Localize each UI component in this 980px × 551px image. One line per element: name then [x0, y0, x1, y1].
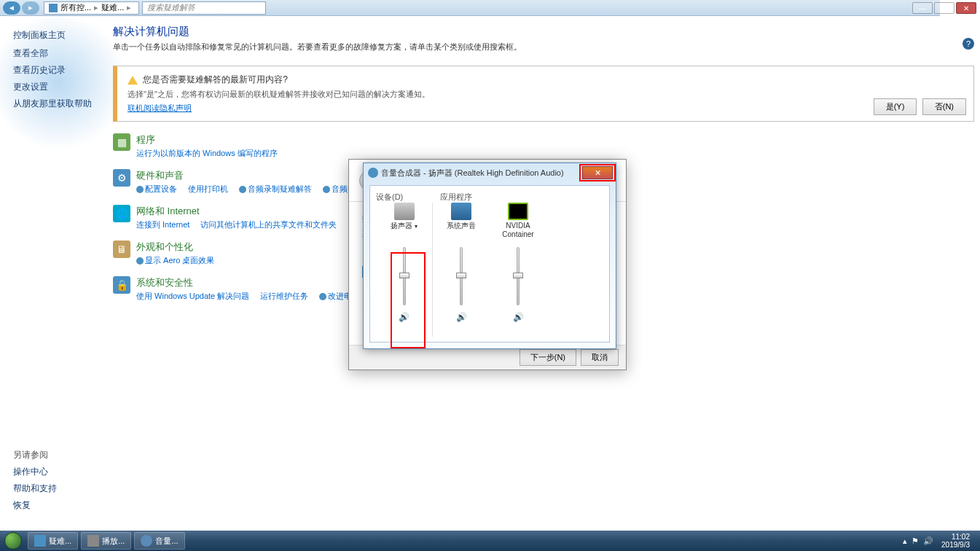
page-desc: 单击一个任务以自动排除和修复常见的计算机问题。若要查看更多的故障修复方案，请单击…: [113, 42, 974, 52]
link-shared-files[interactable]: 访问其他计算机上的共享文件和文件夹: [200, 220, 337, 229]
sidebar-heading: 控制面板主页: [13, 29, 101, 42]
sidebar: 控制面板主页 查看全部 查看历史记录 更改设置 从朋友那里获取帮助: [13, 29, 101, 114]
mixer-col-nvidia: NVIDIA Container 🔊: [490, 203, 546, 337]
mute-toggle-system[interactable]: 🔊: [433, 312, 490, 322]
mixer-col-label: 系统声音: [433, 222, 490, 239]
link-aero[interactable]: 显示 Aero 桌面效果: [145, 256, 214, 265]
mixer-close-button[interactable]: ✕: [582, 166, 613, 179]
category-title[interactable]: 程序: [136, 133, 286, 146]
task-icon: [87, 535, 99, 547]
device-section-label: 设备(D): [376, 192, 433, 203]
taskbar-item-troubleshoot[interactable]: 疑难...: [28, 532, 78, 550]
link-windows-update[interactable]: 使用 Windows Update 解决问题: [136, 292, 249, 300]
wizard-cancel-button[interactable]: 取消: [581, 349, 619, 366]
wizard-next-button[interactable]: 下一步(N): [520, 349, 576, 366]
category-title[interactable]: 外观和个性化: [136, 241, 223, 254]
shield-icon: [136, 257, 144, 265]
volume-slider-system[interactable]: [460, 247, 463, 305]
shield-icon: [239, 186, 246, 193]
link-audio-record[interactable]: 音频录制疑难解答: [248, 184, 312, 193]
tray-flag-icon[interactable]: ⚑: [912, 536, 919, 546]
slider-thumb[interactable]: [513, 273, 523, 278]
taskbar-item-playback[interactable]: 播放...: [81, 532, 131, 550]
clock-date: 2019/9/3: [941, 541, 970, 549]
mixer-title-text: 音量合成器 - 扬声器 (Realtek High Definition Aud…: [381, 168, 564, 179]
mixer-col-label: NVIDIA Container: [490, 222, 546, 239]
tray-volume-icon[interactable]: 🔊: [923, 536, 933, 546]
shield-icon: [136, 186, 144, 193]
window-close-button[interactable]: ✕: [956, 2, 976, 14]
network-icon: 🌐: [113, 205, 130, 222]
notice-title: 您是否需要疑难解答的最新可用内容?: [143, 74, 288, 85]
warning-icon: [128, 76, 138, 85]
mute-toggle-nvidia[interactable]: 🔊: [490, 312, 546, 322]
system-sounds-icon[interactable]: [451, 203, 471, 220]
search-input[interactable]: 搜索疑难解答: [142, 1, 266, 15]
programs-icon: ▦: [113, 133, 130, 151]
notice-privacy-link[interactable]: 联机阅读隐私声明: [128, 103, 192, 114]
mixer-col-label: 扬声器: [391, 222, 412, 230]
system-icon: 🔒: [113, 276, 130, 294]
see-also-heading: 另请参阅: [13, 449, 57, 461]
volume-slider-speaker[interactable]: [403, 247, 406, 305]
link-run-old-programs[interactable]: 运行为以前版本的 Windows 编写的程序: [136, 149, 278, 157]
sidebar-link-friend-help[interactable]: 从朋友那里获取帮助: [13, 98, 101, 110]
shield-icon: [319, 293, 326, 300]
category-programs: ▦ 程序 运行为以前版本的 Windows 编写的程序: [113, 133, 974, 159]
window-controls: — ▢ ✕: [907, 0, 980, 16]
hardware-icon: ⚙: [113, 169, 130, 187]
appearance-icon: 🖥: [113, 241, 130, 258]
notice-no-button[interactable]: 否(N): [922, 98, 966, 115]
notice-yes-button[interactable]: 是(Y): [874, 98, 917, 115]
sidebar-bottom-action-center[interactable]: 操作中心: [13, 466, 57, 478]
apps-section-label: 应用程序: [440, 192, 472, 203]
volume-mixer-dialog: 音量合成器 - 扬声器 (Realtek High Definition Aud…: [363, 163, 616, 349]
link-use-printer[interactable]: 使用打印机: [188, 184, 228, 193]
sidebar-link-view-all[interactable]: 查看全部: [13, 47, 101, 60]
link-configure-device[interactable]: 配置设备: [145, 184, 177, 193]
taskbar-item-volume[interactable]: 音量...: [134, 532, 184, 550]
nvidia-app-icon[interactable]: [508, 203, 528, 220]
category-title[interactable]: 网络和 Internet: [136, 205, 345, 218]
maximize-button[interactable]: ▢: [934, 2, 954, 14]
speaker-device-icon[interactable]: [394, 203, 415, 220]
sidebar-link-settings[interactable]: 更改设置: [13, 81, 101, 93]
volume-slider-nvidia[interactable]: [517, 247, 520, 305]
slider-thumb[interactable]: [399, 273, 409, 278]
mixer-col-speaker: 扬声器 ▾ 🔊: [376, 203, 433, 337]
task-icon: [141, 535, 152, 547]
sidebar-bottom: 另请参阅 操作中心 帮助和支持 恢复: [13, 449, 57, 516]
mixer-body: 设备(D) 应用程序 扬声器 ▾ 🔊 系统声音 🔊: [369, 185, 610, 343]
tray-expand-icon[interactable]: ▴: [903, 536, 907, 546]
shield-icon: [323, 186, 330, 193]
dropdown-icon[interactable]: ▾: [415, 223, 418, 230]
mute-toggle-speaker[interactable]: 🔊: [376, 312, 432, 322]
sidebar-bottom-help[interactable]: 帮助和支持: [13, 482, 57, 495]
taskbar-clock[interactable]: 11:02 2019/9/3: [941, 533, 970, 549]
sidebar-link-history[interactable]: 查看历史记录: [13, 64, 101, 77]
slider-thumb[interactable]: [456, 273, 466, 278]
mixer-app-icon: [368, 168, 378, 178]
taskbar: 疑难... 播放... 音量... ▴ ⚑ 🔊 11:02 2019/9/3: [0, 531, 980, 551]
notice-desc: 选择"是"之后，您将有权访问最新的联机疑难解答并接收对已知问题的解决方案通知。: [128, 89, 963, 100]
breadcrumb-seg2: 疑难...: [101, 2, 124, 13]
sidebar-bottom-recovery[interactable]: 恢复: [13, 499, 57, 512]
system-tray: ▴ ⚑ 🔊 11:02 2019/9/3: [901, 533, 980, 549]
start-button[interactable]: [0, 531, 26, 551]
mixer-col-system: 系统声音 🔊: [433, 203, 490, 337]
notice-box: 您是否需要疑难解答的最新可用内容? 选择"是"之后，您将有权访问最新的联机疑难解…: [113, 66, 974, 122]
link-maintenance[interactable]: 运行维护任务: [260, 292, 308, 300]
address-toolbar: ◄ ► 所有控... ▸ 疑难... ▸ 搜索疑难解答: [0, 0, 940, 16]
page-title: 解决计算机问题: [113, 25, 974, 39]
minimize-button[interactable]: —: [912, 2, 933, 14]
task-icon: [34, 535, 46, 547]
mixer-titlebar[interactable]: 音量合成器 - 扬声器 (Realtek High Definition Aud…: [364, 163, 616, 182]
clock-time: 11:02: [941, 533, 970, 541]
link-connect-internet[interactable]: 连接到 Internet: [136, 220, 189, 229]
